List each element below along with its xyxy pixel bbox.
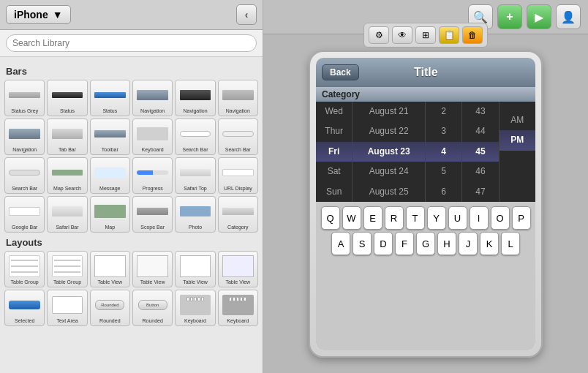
key-g[interactable]: G (416, 232, 435, 255)
list-item[interactable]: Table Group (47, 251, 87, 287)
picker-column-dates[interactable]: August 21 August 22 August 23 August 24 … (353, 102, 426, 203)
list-item[interactable]: Button Rounded (132, 290, 173, 326)
list-item[interactable]: Navigation (4, 118, 45, 155)
list-item[interactable]: Google Bar (4, 196, 45, 233)
canvas-area: ⚙ 👁 ⊞ 📋 🗑 (263, 34, 588, 373)
list-item[interactable]: Tab Bar (47, 118, 87, 155)
key-y[interactable]: Y (427, 206, 446, 230)
list-item[interactable]: Toolbar (90, 118, 130, 155)
left-panel: iPhone ▼ ‹ Bars Status Grey Status Statu… (0, 0, 263, 373)
list-item[interactable]: Text Area (47, 290, 87, 326)
key-a[interactable]: A (331, 232, 350, 255)
picker-item: 3 (426, 121, 461, 142)
list-item[interactable]: Category (218, 196, 258, 233)
key-u[interactable]: U (448, 206, 467, 230)
picker-item-selected[interactable]: 4 (426, 142, 461, 162)
key-f[interactable]: F (395, 232, 414, 255)
picker-column-days[interactable]: Wed Thur Fri Sat Sun (316, 102, 353, 203)
list-item[interactable]: Search Bar (4, 157, 45, 194)
back-button[interactable]: ‹ (236, 4, 257, 25)
search-input[interactable] (6, 34, 257, 52)
list-item[interactable]: Map Search (47, 157, 87, 194)
picker-item: Thur (316, 121, 352, 142)
key-s[interactable]: S (353, 232, 372, 255)
add-button[interactable]: + (497, 4, 522, 29)
key-j[interactable]: J (459, 232, 478, 255)
play-button[interactable]: ▶ (527, 4, 551, 29)
list-item[interactable]: Table View (175, 251, 215, 287)
key-w[interactable]: W (342, 206, 361, 230)
picker-item: August 24 (353, 162, 425, 182)
picker-container[interactable]: Wed Thur Fri Sat Sun August 21 August 22… (316, 102, 535, 203)
eye-button[interactable]: 👁 (392, 26, 412, 44)
key-e[interactable]: E (363, 206, 382, 230)
category-bar: Category (316, 87, 535, 102)
picker-item-selected[interactable]: August 23 (353, 142, 425, 162)
key-i[interactable]: I (470, 206, 489, 230)
keyboard-row-2: A S D F G H J K L (319, 232, 532, 255)
picker-item (500, 159, 535, 168)
key-h[interactable]: H (437, 232, 456, 255)
grid-button[interactable]: ⊞ (415, 26, 436, 44)
picker-item: August 25 (353, 182, 425, 203)
bars-grid: Status Grey Status Status Navigation Nav… (4, 80, 258, 233)
back-icon: ‹ (245, 9, 249, 20)
list-item[interactable]: Progress (132, 157, 173, 194)
list-item[interactable]: Scope Bar (132, 196, 173, 233)
key-l[interactable]: L (501, 232, 520, 255)
picker-item-selected[interactable]: 45 (462, 142, 498, 162)
user-button[interactable]: 👤 (556, 4, 581, 29)
note-button[interactable]: 📋 (439, 26, 459, 44)
picker-column-minutes[interactable]: 43 44 45 46 47 (462, 102, 499, 203)
key-d[interactable]: D (374, 232, 393, 255)
list-item[interactable]: Table Group (4, 251, 45, 287)
key-t[interactable]: T (406, 206, 425, 230)
list-item[interactable]: Search Bar (175, 118, 215, 155)
device-selector[interactable]: iPhone ▼ (6, 5, 71, 24)
list-item[interactable]: Table View (132, 251, 173, 287)
list-item[interactable]: URL Display (218, 157, 258, 194)
picker-item-selected[interactable]: PM (500, 130, 535, 151)
list-item[interactable]: Safari Top (175, 157, 215, 194)
picker-item (500, 102, 535, 110)
list-item[interactable]: Safari Bar (47, 196, 87, 233)
list-item[interactable]: Keyboard (175, 290, 215, 326)
picker-item: AM (500, 110, 535, 131)
trash-button[interactable]: 🗑 (462, 26, 483, 44)
list-item[interactable]: Navigation (132, 80, 173, 116)
layouts-grid: Table Group Table Group Table View Table… (4, 251, 258, 326)
list-item[interactable]: Map (90, 196, 130, 233)
list-item[interactable]: Navigation (175, 80, 215, 116)
picker-item: 5 (426, 162, 461, 182)
list-item[interactable]: Search Bar (218, 118, 258, 155)
device-label: iPhone (14, 9, 48, 20)
picker-column-hours[interactable]: 2 3 4 5 6 (426, 102, 462, 203)
list-item[interactable]: Photo (175, 196, 215, 233)
list-item[interactable]: Table View (90, 251, 130, 287)
picker-item: Sat (316, 162, 352, 182)
list-item[interactable]: Table View (218, 251, 258, 287)
nav-back-button[interactable]: Back (322, 64, 359, 80)
list-item[interactable]: Status (90, 80, 130, 116)
grid-icon: ⊞ (422, 30, 429, 40)
list-item[interactable]: Keyboard (218, 290, 258, 326)
picker-item-selected[interactable]: Fri (316, 142, 352, 162)
key-q[interactable]: Q (321, 206, 340, 230)
list-item[interactable]: Navigation (218, 80, 258, 116)
list-item[interactable]: Message (90, 157, 130, 194)
key-o[interactable]: O (491, 206, 510, 230)
key-r[interactable]: R (385, 206, 404, 230)
key-k[interactable]: K (480, 232, 499, 255)
list-item[interactable]: Rounded Rounded (90, 290, 130, 326)
gear-button[interactable]: ⚙ (369, 26, 389, 44)
toolbar: iPhone ▼ ‹ (0, 0, 263, 30)
category-label: Category (322, 89, 360, 99)
keyboard-row-1: Q W E R T Y U I O P (319, 206, 532, 230)
picker-column-ampm[interactable]: AM PM (500, 102, 535, 203)
list-item[interactable]: Keyboard (132, 118, 173, 155)
picker-item: 46 (462, 162, 498, 182)
list-item[interactable]: Selected (4, 290, 45, 326)
list-item[interactable]: Status Grey (4, 80, 45, 116)
key-p[interactable]: P (512, 206, 531, 230)
list-item[interactable]: Status (47, 80, 87, 116)
